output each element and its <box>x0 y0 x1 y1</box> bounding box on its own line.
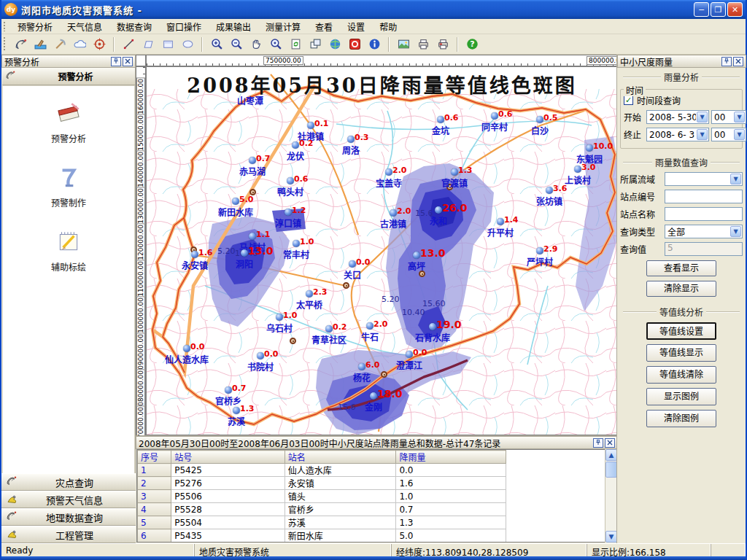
scope-icon <box>6 510 18 524</box>
print-icon[interactable] <box>414 36 432 53</box>
menu-item-测量计算[interactable]: 测量计算 <box>258 19 308 34</box>
restore-button[interactable]: ❐ <box>711 2 726 17</box>
column-header-站名[interactable]: 站名 <box>285 451 396 464</box>
button-等值线清除[interactable]: 等值线清除 <box>646 366 716 384</box>
menu-item-设置[interactable]: 设置 <box>340 19 372 34</box>
menu-item-查看[interactable]: 查看 <box>308 19 340 34</box>
image-icon[interactable] <box>395 36 412 53</box>
button-等值线设置[interactable]: 等值线设置 <box>646 322 716 340</box>
close-icon[interactable] <box>123 57 133 66</box>
button-清除图例[interactable]: 清除图例 <box>646 410 716 427</box>
pin-icon[interactable] <box>593 438 603 448</box>
table-row[interactable]: 2P5276永安镇1.6 <box>138 477 506 490</box>
所属流域-select[interactable]: ▼ <box>665 172 743 186</box>
chevron-down-icon[interactable]: ▼ <box>734 112 745 122</box>
refresh-icon[interactable] <box>287 36 304 53</box>
sidebar-bar-预警天气信息[interactable]: 预警天气信息 <box>1 491 136 508</box>
table-scrollbar[interactable]: ▲ ▼ <box>605 449 617 542</box>
title-bar[interactable]: dy 浏阳市地质灾害预警系统 - ─ ❐ ✕ <box>1 0 746 19</box>
sidebar-bar-label: 地理数据查询 <box>18 510 131 524</box>
menu-item-数据查询[interactable]: 数据查询 <box>109 19 159 34</box>
zoom-out-icon[interactable] <box>228 36 245 53</box>
sidebar-bar-工程管理[interactable]: 工程管理 <box>1 526 136 543</box>
menu-item-窗口操作[interactable]: 窗口操作 <box>159 19 209 34</box>
button-等值线显示[interactable]: 等值线显示 <box>646 344 716 362</box>
station-name-cell: 镇头 <box>285 490 396 503</box>
button-查看显示[interactable]: 查看显示 <box>646 260 716 276</box>
column-header-降雨量[interactable]: 降雨量 <box>396 451 506 464</box>
menu-item-成果输出[interactable]: 成果输出 <box>209 19 258 34</box>
table-row[interactable]: 4P5528官桥乡0.7 <box>138 503 506 516</box>
button-清除显示[interactable]: 清除显示 <box>646 281 716 297</box>
rect-tool-icon[interactable] <box>159 36 177 53</box>
chevron-down-icon[interactable]: ▼ <box>730 174 741 184</box>
start-date-picker[interactable]: 2008- 5-30 ▼ <box>646 110 709 124</box>
column-header-站号[interactable]: 站号 <box>171 451 285 464</box>
sidebar-bar-地理数据查询[interactable]: 地理数据查询 <box>1 508 136 526</box>
pick-icon[interactable] <box>51 36 69 53</box>
water-tool-icon[interactable] <box>31 36 49 53</box>
start-hour-select[interactable]: 00 ▼ <box>711 110 746 124</box>
cascade-icon[interactable] <box>306 36 324 53</box>
globe-icon[interactable] <box>326 36 344 53</box>
print-map-icon[interactable] <box>434 36 452 53</box>
dish-icon[interactable] <box>12 36 29 53</box>
ellipse-tool-icon[interactable] <box>179 36 196 53</box>
zoom-in-icon[interactable] <box>208 36 225 53</box>
minimize-button[interactable]: ─ <box>694 2 709 17</box>
polygon-tool-icon[interactable] <box>139 36 157 53</box>
站点编号-input[interactable] <box>665 190 743 203</box>
sidebar-bar-灾点查询[interactable]: 灾点查询 <box>1 473 136 491</box>
chevron-down-icon[interactable]: ▼ <box>697 129 708 140</box>
rainfall-table[interactable]: 序号站号站名降雨量 1P5425仙人造水库0.02P5276永安镇1.63P55… <box>136 449 617 542</box>
menu-grip[interactable] <box>3 21 7 31</box>
close-icon[interactable] <box>605 438 615 448</box>
pan-hand-icon[interactable] <box>247 36 265 53</box>
book-icon <box>55 99 82 129</box>
close-button[interactable]: ✕ <box>727 2 743 17</box>
sidebar-item-预警制作[interactable]: 预警制作 <box>51 163 86 209</box>
table-row[interactable]: 7P5310洞阳13.0 <box>138 542 506 543</box>
button-显示图例[interactable]: 显示图例 <box>646 388 716 405</box>
scroll-down-icon[interactable]: ▼ <box>605 531 617 542</box>
map-canvas[interactable]: 2008年05月30日降雨量等值线色斑图 5.2010.4015.65.2015… <box>146 66 618 435</box>
column-header-序号[interactable]: 序号 <box>138 451 171 464</box>
station-rainfall-value: 13.0 <box>248 245 274 257</box>
left-panel-header[interactable]: 预警分析 <box>2 68 135 85</box>
zoom-window-icon[interactable] <box>267 36 285 53</box>
pin-icon[interactable] <box>721 57 732 66</box>
toolbar-grip[interactable] <box>3 36 7 52</box>
close-icon[interactable] <box>733 57 743 66</box>
cloud-icon[interactable] <box>71 36 88 53</box>
stop-icon[interactable] <box>346 36 363 53</box>
field-label: 查询类型 <box>620 225 662 238</box>
end-hour-select[interactable]: 00 ▼ <box>711 128 746 141</box>
chevron-down-icon[interactable]: ▼ <box>730 226 741 237</box>
resize-grip[interactable] <box>711 544 746 556</box>
scroll-up-icon[interactable]: ▲ <box>605 449 617 461</box>
table-row[interactable]: 6P5435新田水库5.0 <box>138 529 506 542</box>
站点名称-input[interactable] <box>665 207 743 221</box>
menu-item-预警分析[interactable]: 预警分析 <box>10 19 60 34</box>
info-icon[interactable] <box>365 36 383 53</box>
table-row[interactable]: 1P5425仙人造水库0.0 <box>138 464 506 477</box>
contour-buttons: 等值线设置等值线显示等值线清除显示图例清除图例 <box>620 322 743 427</box>
chevron-down-icon[interactable]: ▼ <box>734 129 745 140</box>
menu-item-天气信息[interactable]: 天气信息 <box>60 19 109 34</box>
pin-icon[interactable] <box>111 57 121 66</box>
table-row[interactable]: 5P5504苏溪1.3 <box>138 516 506 529</box>
end-date-picker[interactable]: 2008- 6- 3 ▼ <box>646 128 709 141</box>
station-dot-icon <box>191 251 198 258</box>
help-icon[interactable]: ? <box>463 36 481 53</box>
查询类型-select[interactable]: 全部▼ <box>665 225 743 238</box>
scroll-thumb[interactable] <box>605 462 617 478</box>
table-row[interactable]: 3P5506镇头1.0 <box>138 490 506 503</box>
sidebar-item-辅助标绘[interactable]: 辅助标绘 <box>51 228 86 273</box>
menu-item-帮助[interactable]: 帮助 <box>372 19 404 34</box>
target-icon[interactable] <box>90 36 108 53</box>
sidebar-item-预警分析[interactable]: 预警分析 <box>51 99 86 144</box>
station-name-label: 张坊镇 <box>516 195 582 207</box>
line-tool-icon[interactable] <box>120 36 137 53</box>
chevron-down-icon[interactable]: ▼ <box>697 112 708 122</box>
time-range-checkbox[interactable]: ✓ <box>624 96 633 105</box>
